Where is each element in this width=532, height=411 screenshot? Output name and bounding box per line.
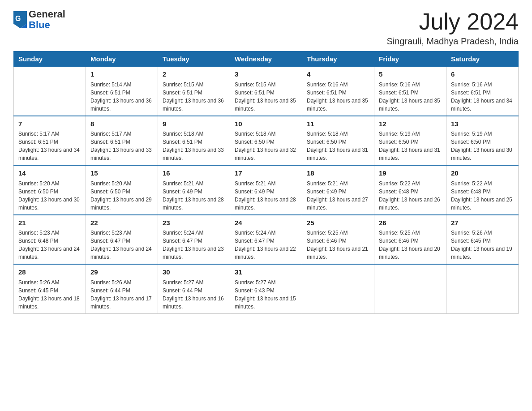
calendar-cell: 25Sunrise: 5:25 AMSunset: 6:46 PMDayligh…: [302, 215, 374, 265]
day-number: 25: [307, 218, 369, 228]
day-info: Sunrise: 5:16 AMSunset: 6:51 PMDaylight:…: [307, 81, 369, 113]
day-number: 1: [90, 69, 153, 80]
day-info: Sunrise: 5:15 AMSunset: 6:51 PMDaylight:…: [235, 81, 297, 113]
calendar-cell: 6Sunrise: 5:16 AMSunset: 6:51 PMDaylight…: [446, 67, 519, 116]
calendar-cell: [374, 264, 446, 313]
day-info: Sunrise: 5:21 AMSunset: 6:49 PMDaylight:…: [163, 180, 225, 212]
day-info: Sunrise: 5:24 AMSunset: 6:47 PMDaylight:…: [235, 229, 297, 261]
calendar-cell: 30Sunrise: 5:27 AMSunset: 6:44 PMDayligh…: [158, 264, 230, 313]
calendar-cell: 4Sunrise: 5:16 AMSunset: 6:51 PMDaylight…: [302, 67, 374, 116]
calendar-cell: 1Sunrise: 5:14 AMSunset: 6:51 PMDaylight…: [86, 67, 158, 116]
day-info: Sunrise: 5:22 AMSunset: 6:48 PMDaylight:…: [379, 180, 442, 212]
header-wednesday: Wednesday: [230, 51, 302, 67]
page-header: G General Blue July 2024 Singrauli, Madh…: [13, 9, 519, 47]
calendar-cell: [302, 264, 374, 313]
calendar-cell: 7Sunrise: 5:17 AMSunset: 6:51 PMDaylight…: [14, 116, 86, 166]
day-number: 28: [18, 267, 81, 278]
header-sunday: Sunday: [14, 51, 86, 67]
day-number: 17: [235, 168, 297, 179]
day-info: Sunrise: 5:19 AMSunset: 6:50 PMDaylight:…: [379, 130, 442, 162]
day-number: 23: [163, 218, 225, 228]
calendar-cell: 13Sunrise: 5:19 AMSunset: 6:50 PMDayligh…: [446, 116, 519, 166]
day-number: 4: [307, 69, 369, 80]
day-number: 24: [235, 218, 297, 228]
week-row-5: 28Sunrise: 5:26 AMSunset: 6:45 PMDayligh…: [14, 264, 519, 313]
day-info: Sunrise: 5:17 AMSunset: 6:51 PMDaylight:…: [90, 130, 153, 162]
day-number: 15: [90, 168, 153, 179]
calendar-cell: 19Sunrise: 5:22 AMSunset: 6:48 PMDayligh…: [374, 165, 446, 215]
calendar-cell: 11Sunrise: 5:18 AMSunset: 6:50 PMDayligh…: [302, 116, 374, 166]
calendar-cell: 23Sunrise: 5:24 AMSunset: 6:47 PMDayligh…: [158, 215, 230, 265]
header-monday: Monday: [86, 51, 158, 67]
day-number: 10: [235, 119, 297, 129]
day-info: Sunrise: 5:16 AMSunset: 6:51 PMDaylight:…: [379, 81, 442, 113]
day-info: Sunrise: 5:18 AMSunset: 6:50 PMDaylight:…: [307, 130, 369, 162]
calendar-cell: 28Sunrise: 5:26 AMSunset: 6:45 PMDayligh…: [14, 264, 86, 313]
day-number: 6: [451, 69, 514, 80]
week-row-1: 1Sunrise: 5:14 AMSunset: 6:51 PMDaylight…: [14, 67, 519, 116]
day-info: Sunrise: 5:22 AMSunset: 6:48 PMDaylight:…: [451, 180, 514, 212]
calendar-cell: 17Sunrise: 5:21 AMSunset: 6:49 PMDayligh…: [230, 165, 302, 215]
day-number: 3: [235, 69, 297, 80]
day-info: Sunrise: 5:21 AMSunset: 6:49 PMDaylight:…: [235, 180, 297, 212]
calendar-cell: 14Sunrise: 5:20 AMSunset: 6:50 PMDayligh…: [14, 165, 86, 215]
day-number: 7: [18, 119, 81, 129]
day-number: 13: [451, 119, 514, 129]
day-number: 19: [379, 168, 442, 179]
calendar-cell: 8Sunrise: 5:17 AMSunset: 6:51 PMDaylight…: [86, 116, 158, 166]
location-subtitle: Singrauli, Madhya Pradesh, India: [386, 36, 519, 47]
day-info: Sunrise: 5:27 AMSunset: 6:43 PMDaylight:…: [235, 278, 297, 311]
day-info: Sunrise: 5:23 AMSunset: 6:48 PMDaylight:…: [18, 229, 81, 261]
day-info: Sunrise: 5:15 AMSunset: 6:51 PMDaylight:…: [163, 81, 225, 113]
day-number: 26: [379, 218, 442, 228]
calendar-cell: 9Sunrise: 5:18 AMSunset: 6:51 PMDaylight…: [158, 116, 230, 166]
day-info: Sunrise: 5:20 AMSunset: 6:50 PMDaylight:…: [90, 180, 153, 212]
day-info: Sunrise: 5:14 AMSunset: 6:51 PMDaylight:…: [90, 81, 153, 113]
svg-text:G: G: [15, 15, 21, 22]
day-number: 11: [307, 119, 369, 129]
calendar-cell: 2Sunrise: 5:15 AMSunset: 6:51 PMDaylight…: [158, 67, 230, 116]
day-number: 22: [90, 218, 153, 228]
calendar-cell: 10Sunrise: 5:18 AMSunset: 6:50 PMDayligh…: [230, 116, 302, 166]
day-info: Sunrise: 5:17 AMSunset: 6:51 PMDaylight:…: [18, 130, 81, 162]
day-number: 27: [451, 218, 514, 228]
day-number: 31: [235, 267, 297, 278]
calendar-cell: 27Sunrise: 5:26 AMSunset: 6:45 PMDayligh…: [446, 215, 519, 265]
header-saturday: Saturday: [446, 51, 519, 67]
calendar-cell: 24Sunrise: 5:24 AMSunset: 6:47 PMDayligh…: [230, 215, 302, 265]
week-row-4: 21Sunrise: 5:23 AMSunset: 6:48 PMDayligh…: [14, 215, 519, 265]
day-number: 16: [163, 168, 225, 179]
logo-blue-text: Blue: [29, 20, 65, 30]
day-number: 2: [163, 69, 225, 80]
day-info: Sunrise: 5:20 AMSunset: 6:50 PMDaylight:…: [18, 180, 81, 212]
calendar-cell: 21Sunrise: 5:23 AMSunset: 6:48 PMDayligh…: [14, 215, 86, 265]
calendar-cell: 15Sunrise: 5:20 AMSunset: 6:50 PMDayligh…: [86, 165, 158, 215]
calendar-cell: 26Sunrise: 5:25 AMSunset: 6:46 PMDayligh…: [374, 215, 446, 265]
calendar-cell: 18Sunrise: 5:21 AMSunset: 6:49 PMDayligh…: [302, 165, 374, 215]
calendar-table: SundayMondayTuesdayWednesdayThursdayFrid…: [13, 51, 519, 314]
day-info: Sunrise: 5:26 AMSunset: 6:45 PMDaylight:…: [18, 278, 81, 311]
day-number: 20: [451, 168, 514, 179]
logo: G General Blue: [13, 9, 65, 30]
day-info: Sunrise: 5:21 AMSunset: 6:49 PMDaylight:…: [307, 180, 369, 212]
header-friday: Friday: [374, 51, 446, 67]
calendar-cell: 12Sunrise: 5:19 AMSunset: 6:50 PMDayligh…: [374, 116, 446, 166]
title-block: July 2024 Singrauli, Madhya Pradesh, Ind…: [386, 9, 519, 47]
day-info: Sunrise: 5:23 AMSunset: 6:47 PMDaylight:…: [90, 229, 153, 261]
week-row-2: 7Sunrise: 5:17 AMSunset: 6:51 PMDaylight…: [14, 116, 519, 166]
logo-text: General Blue: [29, 9, 65, 30]
day-number: 8: [90, 119, 153, 129]
day-info: Sunrise: 5:16 AMSunset: 6:51 PMDaylight:…: [451, 81, 514, 113]
calendar-cell: [14, 67, 86, 116]
day-info: Sunrise: 5:18 AMSunset: 6:51 PMDaylight:…: [163, 130, 225, 162]
calendar-cell: 16Sunrise: 5:21 AMSunset: 6:49 PMDayligh…: [158, 165, 230, 215]
day-number: 14: [18, 168, 81, 179]
month-title: July 2024: [386, 9, 519, 34]
calendar-cell: 5Sunrise: 5:16 AMSunset: 6:51 PMDaylight…: [374, 67, 446, 116]
day-number: 9: [163, 119, 225, 129]
logo-icon: G: [13, 11, 27, 28]
calendar-cell: 3Sunrise: 5:15 AMSunset: 6:51 PMDaylight…: [230, 67, 302, 116]
calendar-cell: [446, 264, 519, 313]
day-info: Sunrise: 5:26 AMSunset: 6:44 PMDaylight:…: [90, 278, 153, 311]
day-info: Sunrise: 5:27 AMSunset: 6:44 PMDaylight:…: [163, 278, 225, 311]
